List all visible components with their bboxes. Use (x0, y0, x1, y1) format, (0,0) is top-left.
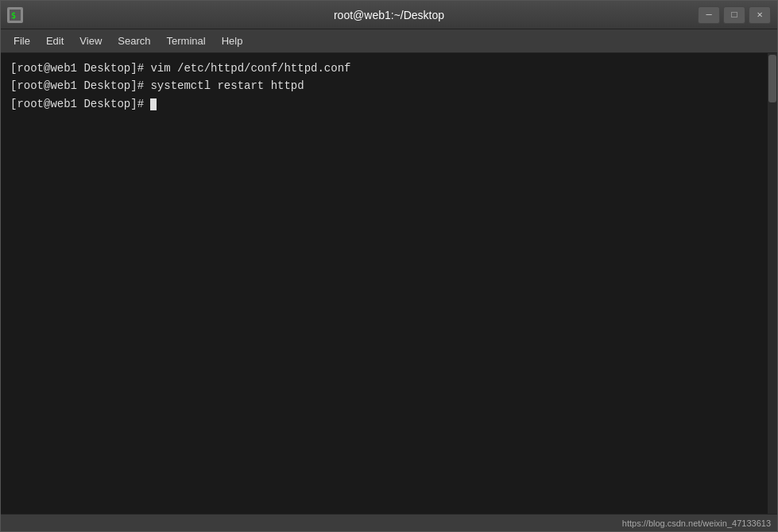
terminal-line-1: [root@web1 Desktop]# vim /etc/httpd/conf… (10, 60, 768, 77)
status-url: https://blog.csdn.net/weixin_47133613 (622, 519, 771, 528)
menu-terminal[interactable]: Terminal (159, 33, 214, 49)
title-bar-left: $ (7, 7, 23, 23)
terminal-icon: $ (7, 7, 23, 23)
title-bar: $ root@web1:~/Desktop ─ □ ✕ (1, 1, 777, 29)
scrollbar-thumb[interactable] (768, 55, 776, 102)
close-button[interactable]: ✕ (749, 6, 771, 24)
terminal-window: $ root@web1:~/Desktop ─ □ ✕ File Edit Vi… (0, 0, 778, 532)
svg-text:$: $ (11, 11, 16, 20)
status-bar: https://blog.csdn.net/weixin_47133613 (1, 514, 777, 531)
window-title: root@web1:~/Desktop (334, 9, 444, 21)
menu-bar: File Edit View Search Terminal Help (1, 29, 777, 53)
terminal-body[interactable]: [root@web1 Desktop]# vim /etc/httpd/conf… (1, 53, 777, 514)
menu-file[interactable]: File (6, 33, 38, 49)
prompt-1: [root@web1 Desktop]# vim /etc/httpd/conf… (10, 62, 350, 75)
menu-edit[interactable]: Edit (38, 33, 72, 49)
title-bar-controls: ─ □ ✕ (698, 6, 771, 24)
prompt-2: [root@web1 Desktop]# systemctl restart h… (10, 79, 304, 92)
prompt-3: [root@web1 Desktop]# (10, 98, 150, 110)
cursor (150, 98, 157, 110)
scrollbar[interactable] (768, 53, 777, 514)
terminal-line-3: [root@web1 Desktop]# (10, 95, 768, 113)
menu-search[interactable]: Search (110, 33, 158, 49)
terminal-line-2: [root@web1 Desktop]# systemctl restart h… (10, 77, 768, 94)
menu-view[interactable]: View (72, 33, 110, 49)
maximize-button[interactable]: □ (723, 6, 745, 24)
menu-help[interactable]: Help (214, 33, 251, 49)
minimize-button[interactable]: ─ (698, 6, 720, 24)
